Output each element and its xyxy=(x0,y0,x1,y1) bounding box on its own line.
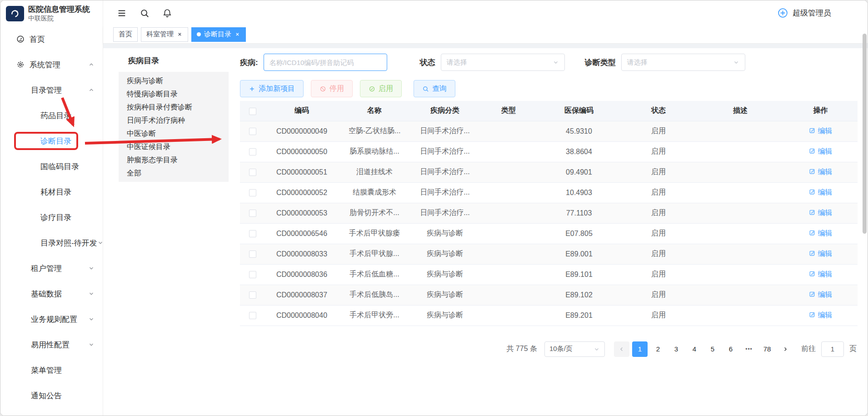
row-checkbox[interactable] xyxy=(249,251,256,258)
sidebar-item-10[interactable]: 基础数据 xyxy=(0,281,103,306)
sidebar-item-13[interactable]: 菜单管理 xyxy=(0,357,103,383)
user-menu[interactable]: 超级管理员 xyxy=(777,7,831,19)
edit-button[interactable]: 编辑 xyxy=(809,229,833,238)
edit-icon xyxy=(809,311,816,320)
sidebar-item-label: 首页 xyxy=(30,34,45,45)
page-button-78[interactable]: 78 xyxy=(759,341,775,357)
sidebar-item-6[interactable]: 耗材目录 xyxy=(0,179,103,205)
catalog-item-1[interactable]: 特慢病诊断目录 xyxy=(119,87,229,100)
sidebar-item-0[interactable]: 首页 xyxy=(0,26,103,52)
disease-search-input[interactable] xyxy=(264,54,387,71)
table-row: CD0000008033手术后甲状腺...疾病与诊断E89.001启用编辑 xyxy=(240,244,858,264)
page-button-3[interactable]: 3 xyxy=(668,341,684,357)
cell-insurance-code: 45.9310 xyxy=(538,121,620,141)
sidebar-item-14[interactable]: 通知公告 xyxy=(0,383,103,408)
row-checkbox[interactable] xyxy=(249,230,256,237)
edit-button[interactable]: 编辑 xyxy=(809,249,833,259)
close-icon[interactable] xyxy=(234,31,240,37)
cell-description xyxy=(697,305,783,326)
row-checkbox[interactable] xyxy=(249,128,256,135)
diagnosis-type-select[interactable]: 请选择 xyxy=(621,54,745,71)
cell-description xyxy=(697,141,783,162)
cell-code: CD0000006546 xyxy=(265,223,338,244)
tab-0[interactable]: 首页 xyxy=(113,27,138,42)
row-checkbox[interactable] xyxy=(249,291,256,299)
row-checkbox-cell xyxy=(240,305,265,326)
edit-button[interactable]: 编辑 xyxy=(809,188,833,197)
sidebar-item-8[interactable]: 目录对照-待开发 xyxy=(0,230,103,256)
page-button-4[interactable]: 4 xyxy=(687,341,702,357)
status-select[interactable]: 请选择 xyxy=(441,54,565,71)
next-page-button[interactable] xyxy=(778,341,793,357)
edit-button[interactable]: 编辑 xyxy=(809,208,833,218)
edit-icon xyxy=(809,229,816,238)
edit-button[interactable]: 编辑 xyxy=(809,290,833,300)
notification-bell-icon[interactable] xyxy=(162,8,172,18)
query-button[interactable]: 查询 xyxy=(414,80,455,97)
catalog-item-6[interactable]: 肿瘤形态学目录 xyxy=(119,153,229,166)
sidebar-item-12[interactable]: 易用性配置 xyxy=(0,332,103,357)
sidebar-item-4[interactable]: 诊断目录 xyxy=(0,128,103,154)
catalog-item-2[interactable]: 按病种目录付费诊断 xyxy=(119,100,229,114)
page-button-2[interactable]: 2 xyxy=(650,341,666,357)
cell-code: CD0000008033 xyxy=(265,244,338,264)
cell-type xyxy=(479,244,538,264)
enable-button[interactable]: 启用 xyxy=(360,80,402,97)
filter-row: 疾病: 状态 请选择 诊断类型 请选择 xyxy=(240,54,857,71)
catalog-item-5[interactable]: 中医证候目录 xyxy=(119,140,229,153)
row-checkbox[interactable] xyxy=(249,169,256,176)
scrollbar-thumb[interactable] xyxy=(863,34,867,234)
edit-button[interactable]: 编辑 xyxy=(809,126,833,136)
add-new-item-button[interactable]: 添加新项目 xyxy=(240,80,304,97)
more-pages-button[interactable]: ••• xyxy=(741,341,757,357)
page-size-select[interactable]: 10条/页 xyxy=(544,341,605,357)
catalog-item-0[interactable]: 疾病与诊断 xyxy=(119,74,229,87)
diagnosis-table: 编码名称疾病分类类型医保编码状态描述操作CD0000000049空肠-乙状结肠.… xyxy=(240,101,858,326)
tab-label: 首页 xyxy=(119,30,132,39)
edit-button[interactable]: 编辑 xyxy=(809,311,833,320)
goto-page-input[interactable] xyxy=(821,341,844,357)
cell-status: 启用 xyxy=(620,141,697,162)
prev-page-button[interactable] xyxy=(614,341,629,357)
cell-status: 启用 xyxy=(620,244,697,264)
sidebar-item-1[interactable]: 系统管理 xyxy=(0,52,103,77)
edit-button[interactable]: 编辑 xyxy=(809,167,833,177)
search-icon[interactable] xyxy=(140,8,150,18)
edit-button[interactable]: 编辑 xyxy=(809,147,833,156)
row-checkbox[interactable] xyxy=(249,271,256,278)
close-icon[interactable] xyxy=(177,31,183,37)
chevron-down-icon xyxy=(553,59,559,65)
edit-button[interactable]: 编辑 xyxy=(809,270,833,279)
disable-button[interactable]: 停用 xyxy=(311,80,353,97)
catalog-item-3[interactable]: 日间手术治疗病种 xyxy=(119,114,229,127)
catalog-item-4[interactable]: 中医诊断 xyxy=(119,127,229,140)
table-row: CD0000000052结膜囊成形术日间手术治疗...10.4903启用编辑 xyxy=(240,182,858,203)
menu-collapse-icon[interactable] xyxy=(117,8,127,18)
page-button-1[interactable]: 1 xyxy=(632,341,648,357)
page-button-6[interactable]: 6 xyxy=(723,341,738,357)
chevron-down-icon xyxy=(733,59,739,65)
sidebar-item-3[interactable]: 药品目录 xyxy=(0,103,103,128)
sidebar-item-9[interactable]: 租户管理 xyxy=(0,256,103,281)
row-checkbox[interactable] xyxy=(249,312,256,319)
sidebar-item-label: 目录管理 xyxy=(31,85,62,95)
cell-status: 启用 xyxy=(620,285,697,305)
sidebar-item-2[interactable]: 目录管理 xyxy=(0,77,103,103)
cell-name: 肠系膜动脉结... xyxy=(338,141,411,162)
sidebar-item-5[interactable]: 国临码目录 xyxy=(0,154,103,179)
diagnosis-type-filter-label: 诊断类型 xyxy=(585,57,616,68)
page-button-5[interactable]: 5 xyxy=(705,341,720,357)
plus-icon xyxy=(249,85,255,92)
chevron-up-icon xyxy=(88,61,95,68)
tab-2[interactable]: 诊断目录 xyxy=(191,27,246,42)
select-all-checkbox[interactable] xyxy=(249,108,256,115)
cell-name: 肋骨切开术不... xyxy=(338,203,411,223)
sidebar-item-label: 诊断目录 xyxy=(40,136,71,146)
catalog-item-7[interactable]: 全部 xyxy=(119,166,229,180)
row-checkbox[interactable] xyxy=(249,189,256,196)
row-checkbox[interactable] xyxy=(249,210,256,217)
row-checkbox[interactable] xyxy=(249,148,256,155)
sidebar-item-11[interactable]: 业务规则配置 xyxy=(0,306,103,332)
sidebar-item-7[interactable]: 诊疗目录 xyxy=(0,205,103,230)
tab-1[interactable]: 科室管理 xyxy=(141,27,188,42)
